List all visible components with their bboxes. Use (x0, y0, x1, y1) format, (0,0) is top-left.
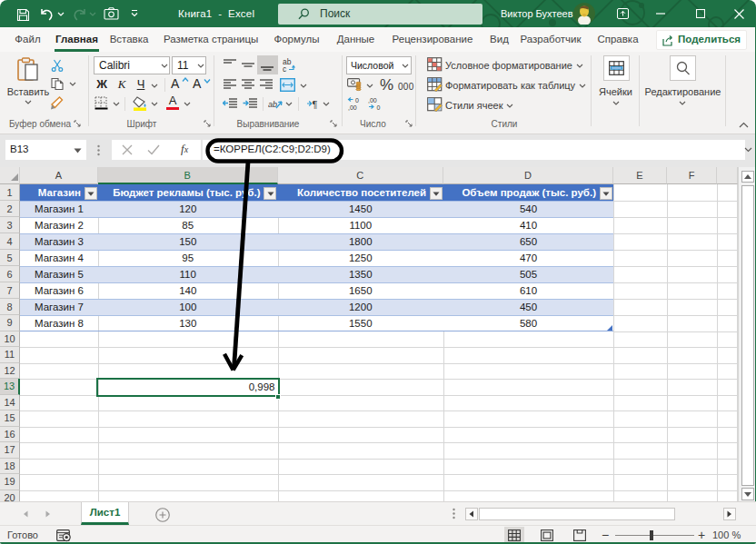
svg-text:,00: ,00 (368, 97, 377, 104)
svg-text:¶: ¶ (313, 99, 318, 110)
svg-text:,00: ,00 (348, 104, 357, 111)
svg-text:0: 0 (355, 97, 359, 104)
svg-text:ab: ab (268, 100, 277, 109)
svg-text:0: 0 (377, 104, 381, 111)
